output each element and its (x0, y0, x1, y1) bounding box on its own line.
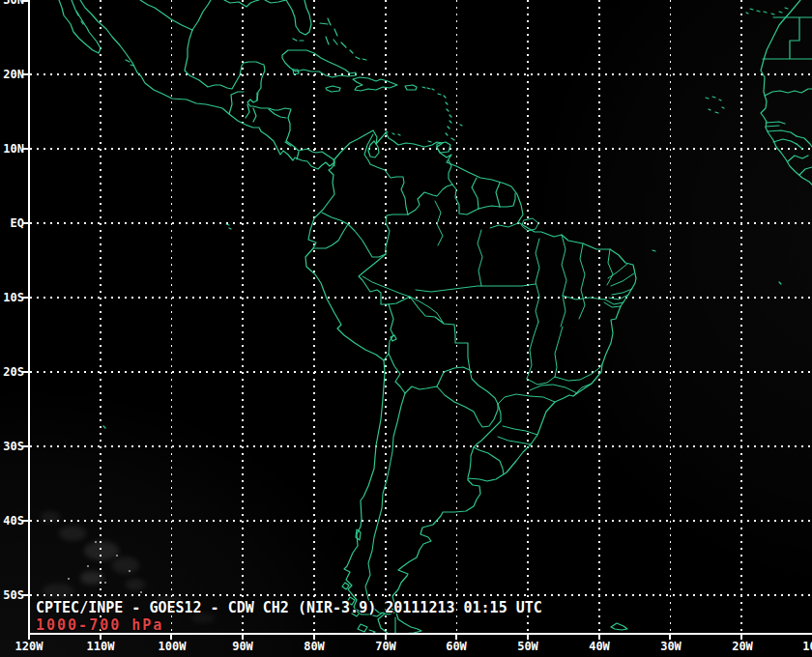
lat-label-40s: 40S (0, 513, 24, 528)
lon-label-100w: 100W (151, 640, 193, 654)
lat-label-10n: 10N (0, 141, 24, 157)
lat-label-eq: EQ (0, 215, 24, 231)
product-title: CPTEC/INPE - GOES12 - CDW CH2 (NIR-3.9) … (36, 599, 542, 616)
lon-label-90w: 90W (221, 640, 264, 654)
lat-label-10s: 10S (0, 290, 24, 305)
lon-label-50w: 50W (507, 640, 549, 654)
lon-label-70w: 70W (364, 640, 407, 654)
lat-label-50s: 50S (0, 587, 24, 603)
lat-label-30n: 30N (0, 0, 24, 8)
lat-label-30s: 30S (0, 439, 24, 454)
lon-label-110w: 110W (79, 640, 122, 654)
satellite-map-product: 30N 20N 10N EQ 10S 20S 30S 40S 50S 120W … (0, 0, 812, 657)
lon-label-60w: 60W (435, 640, 478, 654)
lon-label-20w: 20W (721, 640, 764, 654)
lon-label-10w: 10W (792, 640, 812, 654)
lon-label-120w: 120W (8, 640, 50, 654)
lat-label-20s: 20S (0, 364, 24, 380)
lat-label-20n: 20N (0, 67, 24, 82)
lon-label-30w: 30W (650, 640, 692, 654)
map-canvas (0, 0, 812, 657)
pressure-layer-label: 1000-700 hPa (36, 616, 163, 634)
lon-label-80w: 80W (293, 640, 335, 654)
left-axis-line (28, 0, 30, 635)
lon-label-40w: 40W (578, 640, 621, 654)
